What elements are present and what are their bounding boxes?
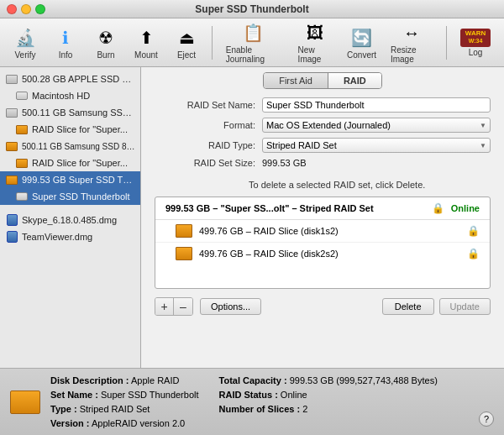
delete-button[interactable]: Delete [382, 298, 434, 315]
burn-label: Burn [97, 50, 114, 60]
dmg-icon [5, 230, 18, 244]
tab-raid[interactable]: RAID [328, 73, 381, 88]
enable-journaling-button[interactable]: 📋 Enable Journaling [219, 18, 288, 67]
orange-drive-icon [5, 139, 18, 153]
lock-icon: 🔒 [467, 225, 480, 237]
info-button[interactable]: ℹ Info [47, 23, 84, 63]
sidebar-item-label: TeamViewer.dmg [22, 232, 92, 242]
set-name-input[interactable] [262, 97, 491, 113]
mount-label: Mount [134, 50, 158, 60]
sidebar-item-label: Super SSD Thunderbolt [32, 191, 130, 202]
type-label: Type : [50, 404, 77, 414]
convert-button[interactable]: 🔄 Convert [343, 23, 381, 63]
version-value: AppleRAID version 2.0 [92, 418, 185, 428]
drive-icon [5, 72, 18, 86]
sidebar-item-samsung-ssd-2[interactable]: 500.11 GB Samsung SSD 840 EVO 500GB mSAT… [0, 138, 140, 155]
title-bar: Super SSD Thunderbolt [0, 0, 504, 18]
format-label: Format: [155, 120, 255, 130]
format-select[interactable]: Mac OS Extended (Journaled) ▼ [262, 118, 491, 133]
raid-member-row-1: 499.76 GB – RAID Slice (disk1s2) 🔒 [155, 220, 490, 243]
sidebar-item-label: 500.28 GB APPLE SSD S... [22, 74, 135, 84]
hd-icon [15, 89, 29, 102]
info-icon: ℹ [54, 26, 77, 50]
set-name-value: Super SSD Thunderbolt [101, 390, 199, 400]
raid-header-row: 999.53 GB – "Super SS...olt" – Striped R… [155, 197, 490, 220]
sidebar-item-samsung-ssd-1[interactable]: 500.11 GB Samsung SSD... [0, 104, 140, 121]
toolbar: 🔬 Verify ℹ Info ☢ Burn ⬆ Mount ⏏ Eject 📋… [0, 18, 504, 67]
form-row-size: RAID Set Size: 999.53 GB [155, 158, 491, 168]
raid-status-value: Online [281, 390, 307, 400]
traffic-lights [7, 4, 45, 14]
raid-member-row-2: 499.76 GB – RAID Slice (disk2s2) 🔒 [155, 243, 490, 265]
disk-description-value: Apple RAID [131, 375, 179, 385]
sidebar-item-super-ssd[interactable]: 999.53 GB Super SSD Th... [0, 171, 140, 188]
resize-image-button[interactable]: ↔ Resize Image [384, 18, 439, 67]
burn-icon: ☢ [94, 26, 118, 50]
content-panel: First Aid RAID RAID Set Name: Format: Ma… [141, 67, 504, 368]
form-row-format: Format: Mac OS Extended (Journaled) ▼ [155, 118, 491, 133]
online-status: Online [451, 203, 480, 213]
status-col-right: Total Capacity : 999.53 GB (999,527,743,… [219, 374, 438, 431]
version-label: Version : [50, 418, 89, 428]
size-value: 999.53 GB [262, 158, 491, 168]
total-capacity-value: 999.53 GB (999,527,743,488 Bytes) [290, 375, 438, 385]
close-button[interactable] [7, 4, 17, 14]
lock-icon: 🔒 [467, 248, 480, 259]
sidebar-item-raid-slice-1[interactable]: RAID Slice for "Super... [0, 121, 140, 138]
burn-button[interactable]: ☢ Burn [87, 23, 124, 63]
verify-button[interactable]: 🔬 Verify [7, 23, 44, 63]
chevron-down-icon: ▼ [480, 142, 486, 149]
mount-icon: ⬆ [134, 26, 158, 50]
chevron-down-icon: ▼ [480, 122, 486, 129]
orange-drive-icon [15, 123, 29, 136]
form-row-type: RAID Type: Striped RAID Set ▼ [155, 138, 491, 153]
type-label: RAID Type: [155, 140, 255, 150]
size-label: RAID Set Size: [155, 158, 255, 168]
form-row-name: RAID Set Name: [155, 97, 491, 113]
log-button[interactable]: WARNW:34 Log [454, 25, 497, 60]
sidebar-item-teamviewer-dmg[interactable]: TeamViewer.dmg [0, 228, 140, 245]
type-value: Striped RAID Set [80, 404, 150, 414]
separator-2 [446, 26, 447, 60]
tab-first-aid[interactable]: First Aid [264, 73, 328, 88]
mount-button[interactable]: ⬆ Mount [128, 23, 165, 63]
sidebar: 500.28 GB APPLE SSD S... Macintosh HD 50… [0, 67, 141, 368]
delete-info: To delete a selected RAID set, click Del… [141, 178, 504, 193]
add-slice-button[interactable]: + [155, 298, 174, 315]
disk-description-label: Disk Description : [50, 375, 129, 385]
sidebar-item-label: 500.11 GB Samsung SSD... [22, 107, 135, 118]
new-image-button[interactable]: 🖼 New Image [291, 18, 340, 67]
raid-form: RAID Set Name: Format: Mac OS Extended (… [141, 89, 504, 178]
raid-members-box: 999.53 GB – "Super SS...olt" – Striped R… [155, 197, 491, 289]
tab-bar: First Aid RAID [141, 67, 504, 89]
convert-icon: 🔄 [350, 26, 374, 50]
type-select[interactable]: Striped RAID Set ▼ [262, 138, 491, 153]
convert-label: Convert [347, 50, 376, 60]
help-button[interactable]: ? [479, 411, 494, 427]
sidebar-item-macintosh-hd[interactable]: Macintosh HD [0, 87, 140, 104]
status-drive-icon [10, 390, 40, 414]
sidebar-item-apple-ssd[interactable]: 500.28 GB APPLE SSD S... [0, 71, 140, 87]
info-label: Info [59, 50, 73, 60]
eject-button[interactable]: ⏏ Eject [168, 23, 205, 63]
resize-label: Resize Image [391, 45, 433, 64]
sidebar-item-raid-slice-2[interactable]: RAID Slice for "Super... [0, 155, 140, 171]
minimize-button[interactable] [21, 4, 31, 14]
new-image-icon: 🖼 [303, 21, 327, 45]
remove-slice-button[interactable]: – [174, 298, 192, 315]
sidebar-item-label: 500.11 GB Samsung SSD 840 EVO 500GB mSAT… [22, 142, 135, 151]
zoom-button[interactable] [35, 4, 45, 14]
options-button[interactable]: Options... [200, 298, 261, 315]
update-button[interactable]: Update [439, 298, 491, 315]
raid-buttons: + – Options... Delete Update [141, 292, 504, 321]
sidebar-item-super-ssd-vol[interactable]: Super SSD Thunderbolt [0, 188, 140, 205]
status-col-left: Disk Description : Apple RAID Set Name :… [50, 374, 199, 431]
verify-label: Verify [14, 50, 35, 60]
slices-label: Number of Slices : [219, 404, 301, 414]
sidebar-item-skype-dmg[interactable]: Skype_6.18.0.485.dmg [0, 212, 140, 228]
sidebar-item-label: Macintosh HD [32, 91, 90, 101]
add-remove-group: + – [155, 297, 193, 316]
separator-1 [212, 26, 213, 60]
resize-icon: ↔ [400, 21, 423, 45]
main-area: 500.28 GB APPLE SSD S... Macintosh HD 50… [0, 67, 504, 368]
